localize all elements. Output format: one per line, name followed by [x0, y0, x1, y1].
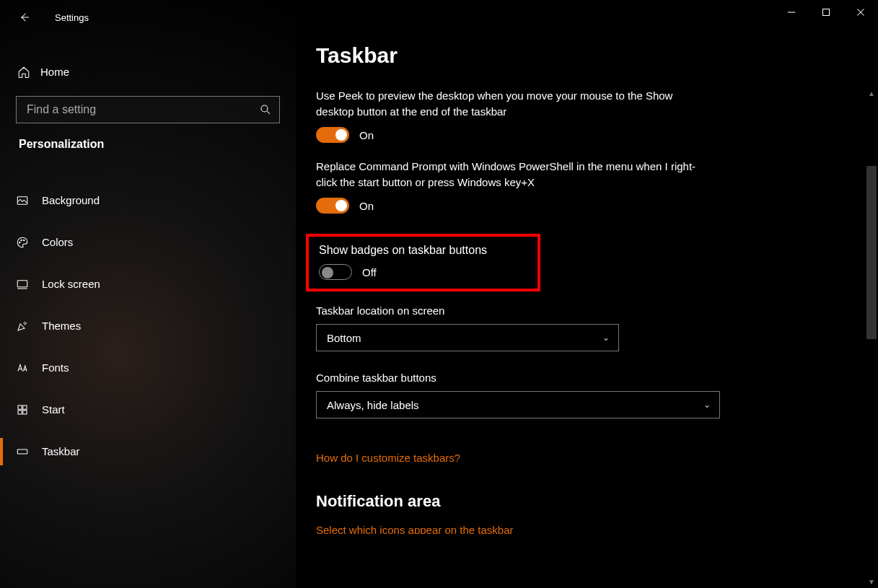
sidebar-item-background[interactable]: Background	[0, 180, 296, 221]
maximize-icon	[820, 6, 833, 19]
app-title: Settings	[55, 12, 89, 23]
dropdown-value: Bottom	[327, 332, 361, 344]
svg-rect-7	[23, 405, 27, 409]
minimize-icon	[785, 6, 798, 19]
link-select-icons[interactable]: Select which icons appear on the taskbar	[316, 524, 815, 534]
svg-rect-5	[17, 281, 27, 287]
lock-screen-icon	[16, 277, 42, 291]
scroll-down-button[interactable]: ▼	[865, 575, 878, 588]
setting-taskbar-location: Taskbar location on screen Bottom ⌄	[316, 304, 815, 351]
fonts-icon	[16, 361, 42, 374]
section-title-notification: Notification area	[316, 492, 815, 511]
dropdown-taskbar-location[interactable]: Bottom ⌄	[316, 324, 619, 351]
svg-point-0	[261, 105, 268, 112]
search-icon	[259, 102, 272, 116]
taskbar-icon	[16, 444, 42, 458]
svg-point-3	[21, 240, 22, 241]
home-icon	[17, 65, 40, 79]
sidebar-item-taskbar[interactable]: Taskbar	[0, 431, 296, 473]
setting-combine-buttons: Combine taskbar buttons Always, hide lab…	[316, 372, 815, 418]
chevron-down-icon: ⌄	[703, 400, 711, 410]
search-box[interactable]	[16, 96, 280, 123]
svg-rect-6	[18, 405, 22, 409]
svg-rect-9	[23, 411, 27, 414]
themes-icon	[16, 319, 42, 333]
page-title: Taskbar	[316, 43, 815, 68]
svg-rect-11	[823, 9, 830, 16]
search-input[interactable]	[27, 103, 259, 116]
toggle-powershell[interactable]	[316, 198, 349, 214]
svg-rect-8	[18, 411, 22, 414]
svg-point-2	[19, 242, 21, 243]
scrollbar-thumb[interactable]	[866, 166, 877, 339]
svg-rect-10	[17, 449, 27, 454]
close-icon	[854, 6, 867, 19]
setting-powershell: Replace Command Prompt with Windows Powe…	[316, 159, 815, 214]
sidebar-item-start[interactable]: Start	[0, 389, 296, 431]
setting-description: Replace Command Prompt with Windows Powe…	[316, 159, 706, 190]
sidebar-item-label: Themes	[42, 320, 81, 332]
sidebar-item-label: Fonts	[42, 361, 69, 374]
sidebar-item-label: Start	[42, 403, 65, 416]
scroll-up-button[interactable]: ▲	[865, 87, 878, 100]
svg-point-4	[24, 240, 25, 241]
toggle-state-label: On	[359, 129, 374, 141]
palette-icon	[16, 235, 42, 249]
sidebar-item-label: Background	[42, 194, 100, 206]
toggle-state-label: On	[359, 200, 374, 212]
picture-icon	[16, 193, 42, 207]
link-customize-taskbars[interactable]: How do I customize taskbars?	[316, 452, 460, 464]
start-icon	[16, 403, 42, 416]
toggle-badges[interactable]	[319, 264, 352, 280]
arrow-left-icon	[18, 11, 31, 24]
setting-description: Use Peek to preview the desktop when you…	[316, 88, 706, 120]
toggle-peek[interactable]	[316, 127, 349, 143]
home-button[interactable]: Home	[0, 53, 296, 90]
setting-label: Taskbar location on screen	[316, 304, 815, 317]
setting-label: Combine taskbar buttons	[316, 372, 815, 384]
sidebar-item-lock-screen[interactable]: Lock screen	[0, 263, 296, 305]
back-button[interactable]	[14, 11, 35, 25]
vertical-scrollbar[interactable]: ▲ ▼	[865, 87, 878, 588]
main-content: Taskbar Use Peek to preview the desktop …	[296, 0, 878, 588]
sidebar-item-fonts[interactable]: Fonts	[0, 347, 296, 389]
home-label: Home	[40, 66, 69, 78]
toggle-state-label: Off	[362, 266, 377, 278]
dropdown-combine-buttons[interactable]: Always, hide labels ⌄	[316, 391, 720, 418]
sidebar-item-colors[interactable]: Colors	[0, 221, 296, 263]
dropdown-value: Always, hide labels	[327, 399, 419, 411]
maximize-button[interactable]	[809, 0, 843, 25]
close-button[interactable]	[843, 0, 878, 25]
chevron-down-icon: ⌄	[602, 333, 610, 343]
minimize-button[interactable]	[774, 0, 809, 25]
sidebar-item-label: Taskbar	[42, 445, 80, 457]
sidebar: Settings Home Personalization Background…	[0, 0, 296, 588]
sidebar-item-label: Colors	[42, 236, 73, 248]
setting-peek: Use Peek to preview the desktop when you…	[316, 88, 815, 143]
highlighted-setting: Show badges on taskbar buttons Off	[306, 234, 540, 291]
category-label: Personalization	[0, 123, 296, 151]
sidebar-item-themes[interactable]: Themes	[0, 305, 296, 347]
setting-description: Show badges on taskbar buttons	[319, 244, 487, 257]
sidebar-item-label: Lock screen	[42, 278, 100, 290]
